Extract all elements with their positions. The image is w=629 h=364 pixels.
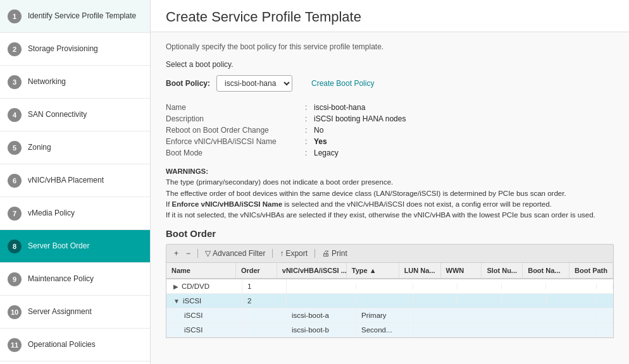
step-num-9: 9 bbox=[8, 272, 22, 286]
detail-row-4: Boot Mode : Legacy bbox=[166, 147, 614, 159]
add-button[interactable]: + bbox=[171, 248, 181, 259]
sidebar-item-10[interactable]: 10 Server Assignment bbox=[0, 296, 150, 329]
cell-slot bbox=[502, 283, 546, 289]
sidebar-item-1[interactable]: 1 Identify Service Profile Template bbox=[0, 0, 150, 33]
table-row[interactable]: iSCSI iscsi-boot-a Primary bbox=[166, 308, 613, 323]
sidebar-item-11[interactable]: 11 Operational Policies bbox=[0, 329, 150, 361]
detail-sep-2: : bbox=[305, 126, 314, 135]
cell-lun bbox=[413, 298, 458, 304]
cell-bootpath bbox=[597, 298, 613, 304]
cell-vnic: iscsi-boot-b bbox=[287, 323, 356, 337]
step-num-3: 3 bbox=[8, 75, 22, 89]
main-content: Create Service Profile Template Optional… bbox=[151, 0, 629, 364]
sidebar-item-7[interactable]: 7 vMedia Policy bbox=[0, 197, 150, 230]
step-num-4: 4 bbox=[8, 108, 22, 122]
step-num-6: 6 bbox=[8, 174, 22, 188]
sidebar: 1 Identify Service Profile Template 2 St… bbox=[0, 0, 151, 364]
cell-bootna bbox=[546, 327, 597, 333]
cell-bootpath bbox=[597, 327, 613, 333]
detail-val-1: iSCSI booting HANA nodes bbox=[314, 114, 406, 123]
detail-val-2: No bbox=[314, 126, 323, 135]
sidebar-item-label-9: Maintenance Policy bbox=[28, 274, 94, 284]
expand-btn[interactable]: ▶ bbox=[171, 283, 180, 290]
remove-button[interactable]: − bbox=[184, 248, 193, 259]
sidebar-item-label-1: Identify Service Profile Template bbox=[28, 11, 136, 21]
toolbar: + − ▽ Advanced Filter ↑ Export 🖨 Print bbox=[166, 244, 614, 262]
cell-slot bbox=[502, 298, 546, 304]
cell-vnic: iscsi-boot-a bbox=[287, 308, 356, 322]
export-button[interactable]: ↑ Export bbox=[277, 248, 310, 259]
sidebar-item-label-5: Zoning bbox=[28, 143, 51, 153]
col-header-order: Order bbox=[236, 263, 277, 278]
step-num-11: 11 bbox=[8, 338, 22, 352]
cell-bootna bbox=[546, 298, 597, 304]
boot-policy-label: Boot Policy: bbox=[166, 79, 210, 88]
sidebar-item-2[interactable]: 2 Storage Provisioning bbox=[0, 33, 150, 66]
detail-sep-0: : bbox=[305, 103, 314, 112]
step-num-2: 2 bbox=[8, 42, 22, 56]
warnings-block: WARNINGS: The type (primary/secondary) d… bbox=[166, 166, 614, 221]
detail-key-3: Enforce vNIC/vHBA/iSCSI Name bbox=[166, 137, 305, 146]
col-header-slot: Slot Nu... bbox=[482, 263, 523, 278]
page-title: Create Service Profile Template bbox=[151, 0, 629, 32]
cell-bootna bbox=[546, 283, 597, 289]
cell-type: Second... bbox=[356, 323, 413, 337]
cell-lun bbox=[413, 327, 458, 333]
sidebar-item-4[interactable]: 4 SAN Connectivity bbox=[0, 99, 150, 131]
col-header-lun: LUN Na... bbox=[399, 263, 441, 278]
sidebar-item-8[interactable]: 8 Server Boot Order bbox=[0, 230, 150, 263]
cell-name: iSCSI bbox=[166, 308, 242, 322]
detail-key-4: Boot Mode bbox=[166, 149, 305, 157]
warning-3: If Enforce vNIC/vHBA/iSCSI Name is selec… bbox=[166, 200, 552, 208]
sidebar-item-label-7: vMedia Policy bbox=[28, 209, 75, 219]
cell-name: ▶CD/DVD bbox=[166, 279, 242, 293]
sidebar-item-label-6: vNIC/vHBA Placement bbox=[28, 176, 104, 186]
warning-4: If it is not selected, the vNICs/vHBAs a… bbox=[166, 211, 595, 219]
print-icon: 🖨 bbox=[322, 249, 330, 258]
detail-row-0: Name : iscsi-boot-hana bbox=[166, 102, 614, 113]
cell-bootpath bbox=[597, 312, 613, 318]
cell-name: ▼iSCSI bbox=[166, 294, 242, 308]
sidebar-item-9[interactable]: 9 Maintenance Policy bbox=[0, 263, 150, 296]
sidebar-item-label-10: Server Assignment bbox=[28, 307, 92, 317]
cell-order: 1 bbox=[242, 279, 287, 293]
col-header-wwn: WWN bbox=[441, 263, 482, 278]
boot-policy-row: Boot Policy: iscsi-boot-hana Create Boot… bbox=[166, 75, 614, 92]
sidebar-item-label-3: Networking bbox=[28, 77, 66, 87]
table-row[interactable]: ▼iSCSI 2 bbox=[166, 294, 613, 308]
boot-order-title: Boot Order bbox=[166, 228, 614, 239]
col-header-type[interactable]: Type ▲ bbox=[347, 263, 399, 278]
col-header-name: Name bbox=[166, 263, 236, 278]
collapse-btn[interactable]: ▼ bbox=[171, 298, 182, 305]
sidebar-item-5[interactable]: 5 Zoning bbox=[0, 131, 150, 164]
detail-sep-1: : bbox=[305, 114, 314, 123]
col-header-bootpath: Boot Path bbox=[570, 263, 613, 278]
boot-policy-select[interactable]: iscsi-boot-hana bbox=[216, 75, 292, 92]
print-button[interactable]: 🖨 Print bbox=[320, 248, 350, 259]
detail-row-1: Description : iSCSI booting HANA nodes bbox=[166, 113, 614, 124]
create-boot-policy-link[interactable]: Create Boot Policy bbox=[311, 79, 374, 88]
sidebar-item-3[interactable]: 3 Networking bbox=[0, 66, 150, 99]
cell-vnic bbox=[287, 298, 356, 304]
cell-bootpath bbox=[597, 283, 613, 289]
table-row[interactable]: ▶CD/DVD 1 bbox=[166, 279, 613, 294]
col-header-bootna: Boot Na... bbox=[523, 263, 570, 278]
table-row[interactable]: iSCSI iscsi-boot-b Second... bbox=[166, 323, 613, 337]
cell-name: iSCSI bbox=[166, 323, 242, 337]
detail-row-2: Reboot on Boot Order Change : No bbox=[166, 124, 614, 136]
cell-wwn bbox=[458, 283, 502, 289]
cell-type bbox=[356, 298, 413, 304]
cell-wwn bbox=[458, 298, 502, 304]
cell-order bbox=[242, 312, 287, 318]
data-grid: Name Order vNIC/vHBA/iSCSI ... Type ▲ LU… bbox=[166, 262, 614, 338]
warning-1: The type (primary/secondary) does not in… bbox=[166, 178, 393, 186]
cell-type bbox=[356, 283, 413, 289]
detail-key-1: Description bbox=[166, 114, 305, 123]
cell-slot bbox=[502, 312, 546, 318]
col-header-vnic[interactable]: vNIC/vHBA/iSCSI ... bbox=[277, 263, 347, 278]
cell-order: 2 bbox=[242, 294, 287, 308]
sidebar-item-6[interactable]: 6 vNIC/vHBA Placement bbox=[0, 164, 150, 197]
toolbar-separator-3 bbox=[314, 249, 315, 258]
warnings-title: WARNINGS: bbox=[166, 167, 208, 175]
advanced-filter-button[interactable]: ▽ Advanced Filter bbox=[202, 248, 268, 259]
